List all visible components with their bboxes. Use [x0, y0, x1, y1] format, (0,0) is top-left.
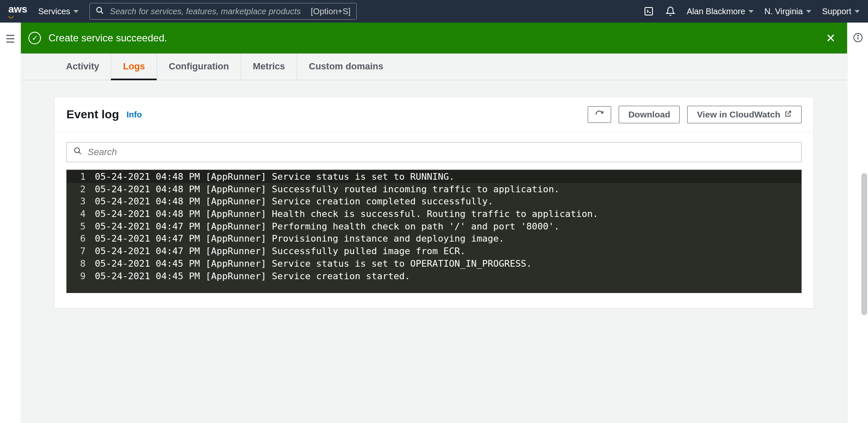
- event-log-panel: Event log Info Download View in CloudWat…: [54, 97, 814, 308]
- support-label: Support: [822, 7, 851, 16]
- log-text: 05-24-2021 04:47 PM [AppRunner] Performi…: [91, 220, 560, 233]
- svg-line-1: [101, 11, 103, 13]
- log-line: 205-24-2021 04:48 PM [AppRunner] Success…: [66, 183, 802, 196]
- line-number: 7: [66, 245, 91, 257]
- log-text: 05-24-2021 04:47 PM [AppRunner] Successf…: [91, 245, 465, 257]
- log-search[interactable]: [66, 142, 802, 162]
- view-cloudwatch-button[interactable]: View in CloudWatch: [687, 106, 802, 123]
- panel-header: Event log Info Download View in CloudWat…: [55, 97, 813, 132]
- download-label: Download: [628, 110, 670, 120]
- account-name: Alan Blackmore: [687, 7, 745, 16]
- success-flash: ✓ Create service succeeded. ✕: [21, 23, 847, 54]
- flash-message: Create service succeeded.: [48, 32, 818, 44]
- hamburger-icon[interactable]: ☰: [5, 33, 15, 423]
- refresh-icon: [595, 110, 604, 119]
- region-name: N. Virginia: [764, 7, 803, 16]
- refresh-button[interactable]: [588, 106, 611, 123]
- line-number: 8: [66, 257, 91, 270]
- log-text: 05-24-2021 04:48 PM [AppRunner] Service …: [91, 195, 493, 208]
- svg-point-0: [97, 7, 102, 12]
- line-number: 5: [66, 220, 91, 233]
- caret-down-icon: [74, 10, 79, 13]
- log-viewer[interactable]: 105-24-2021 04:48 PM [AppRunner] Service…: [66, 170, 802, 293]
- info-link[interactable]: Info: [127, 110, 142, 120]
- log-line: 805-24-2021 04:45 PM [AppRunner] Service…: [66, 257, 802, 270]
- notifications-icon[interactable]: [665, 6, 676, 17]
- support-menu[interactable]: Support: [822, 7, 860, 16]
- log-line: 505-24-2021 04:47 PM [AppRunner] Perform…: [66, 220, 802, 233]
- caret-down-icon: [855, 10, 860, 13]
- log-text: 05-24-2021 04:48 PM [AppRunner] Service …: [91, 171, 454, 183]
- svg-point-4: [75, 148, 80, 153]
- tab-logs[interactable]: Logs: [111, 54, 157, 80]
- log-line: 405-24-2021 04:48 PM [AppRunner] Health …: [66, 208, 802, 220]
- panel-title: Event log: [66, 108, 119, 121]
- download-button[interactable]: Download: [619, 106, 680, 123]
- tab-custom-domains[interactable]: Custom domains: [297, 54, 395, 80]
- global-search[interactable]: Search for services, features, marketpla…: [89, 3, 357, 20]
- caret-down-icon: [806, 10, 811, 13]
- left-rail: ☰: [0, 23, 21, 423]
- log-line: 705-24-2021 04:47 PM [AppRunner] Success…: [66, 245, 802, 257]
- right-rail: [847, 23, 868, 423]
- line-number: 3: [66, 195, 91, 208]
- services-label: Services: [38, 7, 70, 16]
- tab-activity[interactable]: Activity: [54, 54, 111, 80]
- log-line: 905-24-2021 04:45 PM [AppRunner] Service…: [66, 270, 802, 283]
- success-check-icon: ✓: [28, 32, 41, 44]
- svg-line-5: [79, 152, 81, 154]
- panel-body: 105-24-2021 04:48 PM [AppRunner] Service…: [55, 132, 813, 308]
- search-icon: [74, 147, 82, 158]
- close-icon[interactable]: ✕: [826, 31, 835, 45]
- svg-point-8: [858, 35, 858, 36]
- line-number: 1: [66, 171, 91, 183]
- tabs: ActivityLogsConfigurationMetricsCustom d…: [21, 54, 847, 80]
- search-placeholder: Search for services, features, marketpla…: [110, 7, 305, 16]
- log-line: 105-24-2021 04:48 PM [AppRunner] Service…: [66, 171, 802, 183]
- log-text: 05-24-2021 04:47 PM [AppRunner] Provisio…: [91, 232, 504, 245]
- log-line: 605-24-2021 04:47 PM [AppRunner] Provisi…: [66, 232, 802, 245]
- line-number: 2: [66, 183, 91, 196]
- caret-down-icon: [749, 10, 754, 13]
- region-menu[interactable]: N. Virginia: [764, 7, 811, 16]
- services-menu[interactable]: Services: [38, 7, 79, 16]
- log-search-input[interactable]: [88, 147, 794, 158]
- scrollbar-thumb[interactable]: [861, 173, 867, 315]
- log-line: 305-24-2021 04:48 PM [AppRunner] Service…: [66, 195, 802, 208]
- line-number: 4: [66, 208, 91, 220]
- tab-metrics[interactable]: Metrics: [241, 54, 297, 80]
- cloudshell-icon[interactable]: [643, 6, 654, 17]
- line-number: 9: [66, 270, 91, 283]
- log-text: 05-24-2021 04:45 PM [AppRunner] Service …: [91, 270, 410, 283]
- cloudwatch-label: View in CloudWatch: [697, 110, 780, 120]
- account-menu[interactable]: Alan Blackmore: [687, 7, 754, 16]
- main-content: ✓ Create service succeeded. ✕ ActivityLo…: [21, 23, 847, 423]
- log-text: 05-24-2021 04:48 PM [AppRunner] Health c…: [91, 208, 598, 220]
- line-number: 6: [66, 232, 91, 245]
- log-text: 05-24-2021 04:45 PM [AppRunner] Service …: [91, 257, 532, 270]
- log-text: 05-24-2021 04:48 PM [AppRunner] Successf…: [91, 183, 560, 196]
- tab-configuration[interactable]: Configuration: [157, 54, 241, 80]
- search-icon: [96, 6, 104, 17]
- external-link-icon: [784, 110, 792, 120]
- aws-logo[interactable]: aws ◡: [8, 5, 27, 18]
- search-kbd-hint: [Option+S]: [311, 7, 350, 16]
- top-nav: aws ◡ Services Search for services, feat…: [0, 0, 868, 23]
